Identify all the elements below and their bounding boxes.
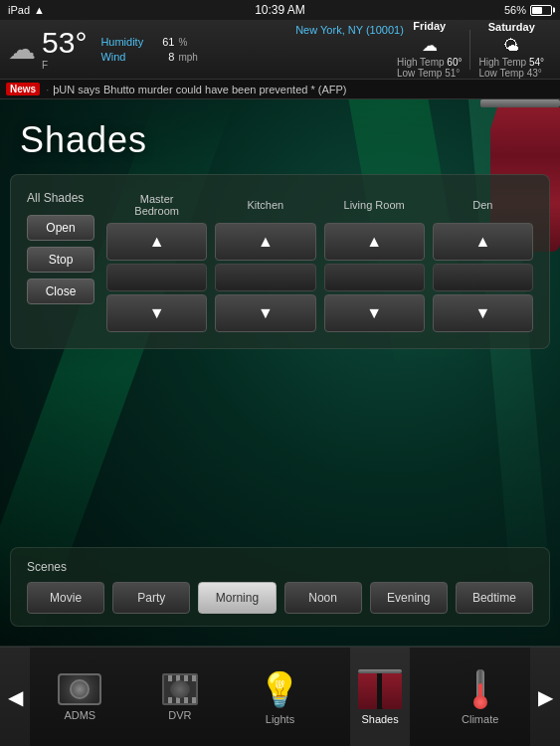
room-shade-kitchen: Kitchen ▲ ▼ <box>215 191 315 332</box>
weather-details: Humidity 61 % Wind 8 mph <box>100 36 197 63</box>
wind-value: 8 <box>154 51 174 63</box>
scene-noon-button[interactable]: Noon <box>284 582 362 614</box>
battery-percent: 56% <box>504 4 526 16</box>
humidity-value: 61 <box>154 36 174 48</box>
film-icon <box>162 673 198 705</box>
film-center <box>170 680 190 698</box>
kitchen-up-button[interactable]: ▲ <box>215 223 315 261</box>
nav-adms-label: ADMS <box>64 709 95 721</box>
scene-morning-button[interactable]: Morning <box>198 582 276 614</box>
thermometer-icon <box>473 669 487 709</box>
scene-movie-button[interactable]: Movie <box>27 582 104 614</box>
scenes-label: Scenes <box>27 560 533 574</box>
weather-icon: ☁ <box>8 33 36 66</box>
den-label: Den <box>472 191 492 219</box>
humidity-label: Humidity <box>100 36 150 48</box>
den-controls: ▲ ▼ <box>433 223 533 332</box>
nav-shades-label: Shades <box>361 713 398 725</box>
living-room-up-button[interactable]: ▲ <box>324 223 425 261</box>
battery-icon <box>530 5 552 16</box>
all-shades-stop-button[interactable]: Stop <box>27 247 94 273</box>
master-bedroom-label: MasterBedroom <box>134 191 179 219</box>
weather-temp: 53° F <box>42 28 87 71</box>
all-shades-open-button[interactable]: Open <box>27 215 94 241</box>
nav-prev-button[interactable]: ◀ <box>0 648 30 746</box>
saturday-icon: 🌤 <box>503 37 519 55</box>
nav-next-button[interactable]: ▶ <box>530 648 560 746</box>
time-display: 10:39 AM <box>255 3 305 17</box>
living-room-label: Living Room <box>344 191 405 219</box>
master-bedroom-mid <box>106 264 207 291</box>
room-shade-master-bedroom: MasterBedroom ▲ ▼ <box>106 191 207 332</box>
status-right: 56% <box>504 4 552 16</box>
scene-party-button[interactable]: Party <box>112 582 190 614</box>
camera-icon <box>58 673 101 705</box>
scene-bedtime-button[interactable]: Bedtime <box>456 582 533 614</box>
friday-icon: ☁ <box>422 36 438 55</box>
nav-curtain-right <box>382 673 402 709</box>
thermo-tube <box>476 669 484 697</box>
den-mid <box>433 264 533 291</box>
thermo-bulb <box>473 695 487 709</box>
nav-item-dvr[interactable]: DVR <box>150 648 210 746</box>
news-label: News <box>6 83 40 95</box>
location-label: New York, NY (10001) <box>199 24 500 36</box>
master-bedroom-up-button[interactable]: ▲ <box>106 223 207 261</box>
status-left: iPad ▲ <box>8 4 45 16</box>
nav-climate-label: Climate <box>462 713 498 725</box>
room-shades-grid: MasterBedroom ▲ ▼ Kitchen ▲ ▼ <box>106 191 533 332</box>
kitchen-label: Kitchen <box>248 191 284 219</box>
wifi-icon: ▲ <box>34 4 45 16</box>
nav-items: ADMS DVR 💡 Lights Shades <box>30 648 530 746</box>
nav-lights-label: Lights <box>266 713 294 725</box>
all-shades-close-button[interactable]: Close <box>27 279 94 304</box>
living-room-mid <box>324 264 425 291</box>
room-shade-living-room: Living Room ▲ ▼ <box>324 191 425 332</box>
kitchen-down-button[interactable]: ▼ <box>215 294 315 332</box>
temp-unit-label: F <box>42 60 87 71</box>
kitchen-mid <box>215 264 315 291</box>
temperature-display: 53° <box>42 28 87 58</box>
scene-evening-button[interactable]: Evening <box>370 582 448 614</box>
nav-dvr-label: DVR <box>168 709 191 721</box>
friday-temps: High Temp 60° Low Temp 51° <box>397 57 463 79</box>
saturday-temps: High Temp 54° Low Temp 43° <box>478 57 544 79</box>
weather-bar: ☁ 53° F Humidity 61 % Wind 8 mph New Yor… <box>0 20 560 80</box>
nav-item-adms[interactable]: ADMS <box>50 648 109 746</box>
living-room-controls: ▲ ▼ <box>324 223 425 332</box>
nav-item-shades[interactable]: Shades <box>350 648 410 746</box>
news-text: þUN says Bhutto murder could have been p… <box>53 84 346 95</box>
shades-panel: All Shades Open Stop Close MasterBedroom… <box>10 174 550 349</box>
wind-unit: mph <box>178 52 197 63</box>
curtain-icon <box>358 669 402 709</box>
den-down-button[interactable]: ▼ <box>433 294 533 332</box>
curtain-rod <box>480 99 560 107</box>
nav-curtain-left <box>358 673 378 709</box>
shades-grid: All Shades Open Stop Close MasterBedroom… <box>27 191 533 332</box>
bottom-nav: ◀ ADMS DVR 💡 Lights <box>0 647 560 746</box>
main-content: Shades All Shades Open Stop Close Master… <box>0 99 560 647</box>
news-bar: News · þUN says Bhutto murder could have… <box>0 80 560 99</box>
kitchen-controls: ▲ ▼ <box>215 223 315 332</box>
den-up-button[interactable]: ▲ <box>433 223 533 261</box>
nav-item-lights[interactable]: 💡 Lights <box>250 648 309 746</box>
humidity-row: Humidity 61 % <box>100 36 197 48</box>
wind-row: Wind 8 mph <box>100 51 197 63</box>
page-title: Shades <box>20 119 147 161</box>
all-shades-label: All Shades <box>27 191 84 205</box>
bulb-icon: 💡 <box>259 669 300 709</box>
weather-current: ☁ 53° F Humidity 61 % Wind 8 mph <box>8 28 198 71</box>
master-bedroom-controls: ▲ ▼ <box>106 223 207 332</box>
all-shades-col: All Shades Open Stop Close <box>27 191 94 304</box>
humidity-unit: % <box>178 37 187 48</box>
scenes-panel: Scenes Movie Party Morning Noon Evening … <box>10 547 550 627</box>
wind-label: Wind <box>100 51 150 63</box>
nav-item-climate[interactable]: Climate <box>451 648 510 746</box>
living-room-down-button[interactable]: ▼ <box>324 294 425 332</box>
carrier-label: iPad <box>8 4 30 16</box>
scenes-buttons: Movie Party Morning Noon Evening Bedtime <box>27 582 533 614</box>
news-separator: · <box>46 84 49 95</box>
master-bedroom-down-button[interactable]: ▼ <box>106 294 207 332</box>
room-shade-den: Den ▲ ▼ <box>433 191 533 332</box>
